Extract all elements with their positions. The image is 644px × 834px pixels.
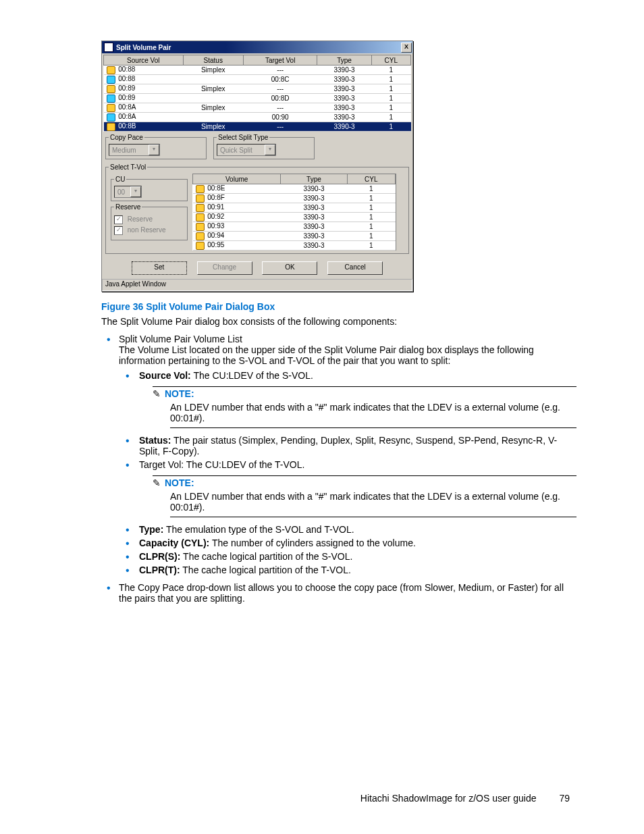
column-header[interactable]: Volume [193, 174, 281, 184]
column-header[interactable]: Type [281, 174, 347, 184]
list-item: Split Volume Pair Volume List The Volume… [119, 334, 576, 575]
volume-pair-table[interactable]: Source VolStatusTarget VolTypeCYL 00:88S… [103, 55, 411, 132]
figure-caption: Figure 36 Split Volume Pair Dialog Box [101, 301, 576, 312]
volume-icon [196, 194, 205, 203]
select-tvol-group: Select T-Vol CU 00 ▾ Reserve [105, 163, 409, 254]
change-button[interactable]: Change [197, 261, 252, 275]
field-label: CLPR(S): [139, 551, 180, 562]
split-type-legend: Select Split Type [217, 134, 269, 141]
note-box: ✎ NOTE: An LDEV number that ends with a … [153, 386, 576, 428]
list-item: Source Vol: The CU:LDEV of the S-VOL. [136, 370, 576, 381]
list-item: CLPR(S): The cache logical partition of … [136, 551, 576, 562]
dialog-title: Split Volume Pair [116, 44, 171, 51]
cancel-button[interactable]: Cancel [327, 261, 383, 275]
list-item: Status: The pair status (Simplex, Pendin… [136, 435, 576, 457]
copy-pace-dropdown[interactable]: Medium ▾ [109, 144, 160, 156]
field-text: The CU:LDEV of the S-VOL. [193, 370, 313, 381]
statusbar: Java Applet Window [102, 279, 412, 291]
field-label: Status: [139, 435, 171, 446]
select-tvol-legend: Select T-Vol [109, 163, 147, 171]
volume-icon [107, 95, 115, 103]
volume-icon [107, 66, 115, 74]
list-item: Target Vol: The CU:LDEV of the T-VOL. [136, 459, 576, 470]
reserve-legend: Reserve [114, 203, 142, 211]
table-row[interactable]: 00:913390-31 [193, 203, 396, 213]
note-icon: ✎ [153, 477, 161, 488]
volume-icon [196, 223, 205, 231]
column-header[interactable]: Status [183, 55, 243, 66]
table-row[interactable]: 00:8900:8D3390-31 [104, 94, 411, 103]
table-row[interactable]: 00:89Simplex---3390-31 [104, 84, 411, 94]
volume-icon [196, 204, 205, 212]
table-row[interactable]: 00:943390-31 [193, 232, 396, 241]
bullet-line: The Volume List located on the upper sid… [119, 344, 534, 366]
field-label: CLPR(T): [139, 565, 180, 575]
column-header[interactable]: Type [317, 55, 371, 66]
table-row[interactable]: 00:933390-31 [193, 222, 396, 232]
nonreserve-label: non Reserve [128, 226, 166, 234]
table-row[interactable]: 00:8ASimplex---3390-31 [104, 103, 411, 113]
field-text: Target Vol: The CU:LDEV of the T-VOL. [139, 459, 304, 470]
cu-group: CU 00 ▾ [111, 176, 188, 201]
split-type-value: Quick Split [220, 147, 252, 154]
list-item: CLPR(T): The cache logical partition of … [136, 565, 576, 575]
volume-icon [107, 85, 115, 93]
copy-pace-value: Medium [112, 147, 136, 154]
volume-icon [196, 213, 205, 221]
reserve-label: Reserve [128, 215, 153, 223]
split-type-dropdown[interactable]: Quick Split ▾ [217, 144, 276, 156]
table-row[interactable]: 00:923390-31 [193, 213, 396, 222]
split-volume-pair-dialog: Split Volume Pair X Source VolStatusTarg… [101, 41, 413, 292]
table-row[interactable]: 00:88Simplex---3390-31 [104, 66, 411, 75]
field-text: The cache logical partition of the S-VOL… [183, 551, 352, 562]
note-label: NOTE: [165, 388, 194, 399]
field-label: Source Vol: [139, 370, 191, 381]
ok-button[interactable]: OK [262, 261, 317, 275]
volume-icon [107, 123, 115, 131]
bullet-line: The Copy Pace drop-down list allows you … [119, 582, 564, 604]
footer-text: Hitachi ShadowImage for z/OS user guide [360, 793, 537, 804]
set-button[interactable]: Set [132, 261, 187, 275]
volume-icon [107, 104, 115, 112]
cu-dropdown[interactable]: 00 ▾ [114, 186, 142, 198]
volume-icon [196, 185, 205, 193]
note-icon: ✎ [153, 388, 161, 399]
table-row[interactable]: 00:8800:8C3390-31 [104, 75, 411, 84]
column-header[interactable]: CYL [371, 55, 410, 66]
scrollbar[interactable] [396, 174, 406, 251]
volume-icon [107, 113, 115, 122]
dialog-button-row: Set Change OK Cancel [103, 256, 411, 278]
table-row[interactable]: 00:8F3390-31 [193, 194, 396, 203]
split-type-group: Select Split Type Quick Split ▾ [213, 134, 315, 159]
column-header[interactable]: Source Vol [104, 55, 184, 66]
table-row[interactable]: 00:953390-31 [193, 241, 396, 251]
list-item: The Copy Pace drop-down list allows you … [119, 582, 576, 604]
checkbox-icon: ✓ [114, 226, 123, 235]
list-item: Type: The emulation type of the S-VOL an… [136, 524, 576, 535]
chevron-down-icon: ▾ [265, 145, 275, 155]
table-row[interactable]: 00:8A00:903390-31 [104, 113, 411, 122]
field-label: Capacity (CYL): [139, 538, 209, 548]
list-item: Capacity (CYL): The number of cylinders … [136, 538, 576, 548]
reserve-checkbox[interactable]: ✓ Reserve [114, 215, 184, 224]
reserve-group: Reserve ✓ Reserve ✓ non Reserve [111, 203, 188, 240]
volume-icon [107, 76, 115, 84]
field-text: The number of cylinders assigned to the … [212, 538, 416, 548]
bullet-line: Split Volume Pair Volume List [119, 334, 242, 344]
chevron-down-icon: ▾ [149, 145, 159, 155]
cu-value: 00 [117, 188, 125, 196]
checkbox-icon: ✓ [114, 215, 123, 224]
close-icon[interactable]: X [401, 43, 412, 53]
cu-legend: CU [114, 176, 126, 183]
note-text: An LDEV number that ends with a "#" mark… [170, 402, 576, 428]
column-header[interactable]: Target Vol [243, 55, 317, 66]
table-row[interactable]: 00:8E3390-31 [193, 184, 396, 194]
table-row[interactable]: 00:8BSimplex---3390-31 [104, 122, 411, 132]
column-header[interactable]: CYL [347, 174, 395, 184]
dialog-titlebar[interactable]: Split Volume Pair X [102, 41, 412, 53]
copy-pace-legend: Copy Pace [109, 134, 144, 141]
field-text: The pair status (Simplex, Pending, Duple… [139, 435, 557, 457]
tvol-table[interactable]: VolumeTypeCYL 00:8E3390-31 00:8F3390-31 … [192, 174, 396, 251]
nonreserve-checkbox[interactable]: ✓ non Reserve [114, 226, 184, 235]
dialog-app-icon [104, 43, 113, 52]
